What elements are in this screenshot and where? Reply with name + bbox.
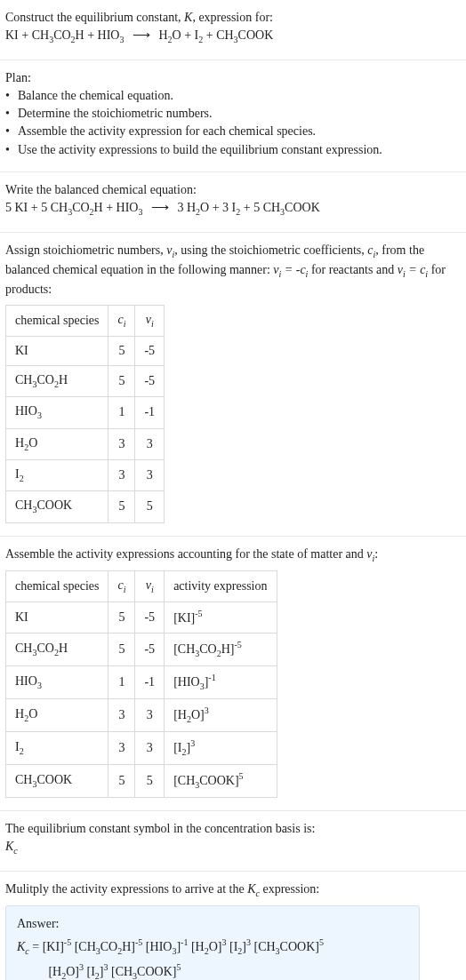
section-kc-symbol: The equilibrium constant symbol in the c… [0,811,466,872]
plan-item-text: Determine the stoichiometric numbers. [18,105,213,123]
col-nu: νi [135,305,165,336]
text: : [374,547,378,561]
text: expression: [260,882,319,896]
cell-c: 5 [108,633,135,666]
col-c: ci [108,305,135,336]
plan-item-text: Balance the chemical equation. [18,87,173,105]
table-row: H2O33 [6,428,165,459]
kc-symbol: Kc [5,838,461,857]
cell-activity: [H2O]3 [165,699,277,732]
text: Construct the equilibrium constant, [5,11,184,24]
table-row: I233[I2]3 [6,732,277,765]
cell-nu: -5 [135,366,165,397]
balanced-equation: 5 KI + 5 CH3CO2H + HIO3 ⟶ 3 H2O + 3 I2 +… [5,199,461,219]
fraction-numerator: [H2O]3 [I2]3 [CH3COOK]5 [46,961,182,980]
eq-lhs: KI + CH3CO2H + HIO3 [5,28,124,42]
cell-species: CH3COOK [6,491,108,522]
balanced-intro: Write the balanced chemical equation: [5,181,461,199]
answer-box: Answer: Kc = [KI]-5 [CH3CO2H]-5 [HIO3]-1… [5,905,420,980]
table-row: H2O33[H2O]3 [6,699,277,732]
table-row: CH3CO2H5-5[CH3CO2H]-5 [6,633,277,666]
table-row: HIO31-1[HIO3]-1 [6,666,277,699]
cell-nu: -5 [135,602,165,633]
cell-nu: 3 [135,732,165,765]
var-K: K [184,11,192,24]
cell-c: 1 [108,666,135,699]
plan-item: •Balance the chemical equation. [5,87,461,105]
col-species: chemical species [6,570,108,602]
cell-c: 5 [108,602,135,633]
table-header-row: chemical species ci νi [6,305,165,336]
cell-c: 3 [108,428,135,459]
cell-nu: -1 [135,666,165,699]
section-intro: Construct the equilibrium constant, K, e… [0,0,466,60]
cell-species: KI [6,602,108,633]
rel1: νi = -ci [273,263,308,276]
eq-lhs: 5 KI + 5 CH3CO2H + HIO3 [5,201,142,214]
cell-nu: 3 [135,428,165,459]
col-species: chemical species [6,305,108,336]
text: , using the stoichiometric coefficients, [174,243,367,257]
section-activity: Assemble the activity expressions accoun… [0,537,466,811]
arrow-icon: ⟶ [127,28,156,42]
rel2: νi = ci [398,263,428,276]
cell-activity: [KI]-5 [165,602,277,633]
text: Assemble the activity expressions accoun… [5,547,366,561]
var-nu: νi [166,243,174,257]
table-row: CH3COOK55[CH3COOK]5 [6,765,277,798]
col-activity: activity expression [165,570,277,602]
cell-nu: -5 [135,336,165,365]
eq-rhs: H2O + I2 + CH3COOK [158,28,273,42]
col-c: ci [108,570,135,602]
cell-species: I2 [6,732,108,765]
section-assign: Assign stoichiometric numbers, νi, using… [0,233,466,537]
plan-item-text: Use the activity expressions to build th… [18,141,382,159]
kc-symbol-line1: The equilibrium constant symbol in the c… [5,820,461,838]
unbalanced-equation: KI + CH3CO2H + HIO3 ⟶ H2O + I2 + CH3COOK [5,27,461,46]
table-row: HIO31-1 [6,397,165,428]
cell-c: 3 [108,460,135,491]
cell-species: CH3COOK [6,765,108,798]
cell-activity: [CH3COOK]5 [165,765,277,798]
var-nu: νi [366,547,374,561]
cell-nu: -1 [135,397,165,428]
equals: = [32,940,42,953]
bullet-icon: • [5,123,18,140]
table-row: I233 [6,460,165,491]
cell-nu: 3 [135,460,165,491]
plan-item: •Use the activity expressions to build t… [5,141,461,159]
cell-species: H2O [6,428,108,459]
cell-nu: 5 [135,491,165,522]
cell-activity: [CH3CO2H]-5 [165,633,277,666]
plan-item: •Assemble the activity expression for ea… [5,123,461,140]
table-row: KI5-5[KI]-5 [6,602,277,633]
section-balanced: Write the balanced chemical equation: 5 … [0,172,466,233]
cell-c: 1 [108,397,135,428]
bullet-icon: • [5,87,18,105]
cell-species: CH3CO2H [6,633,108,666]
cell-c: 5 [108,765,135,798]
cell-species: HIO3 [6,397,108,428]
answer-eq-line2: = [H2O]3 [I2]3 [CH3COOK]5 [KI]5 [CH3CO2H… [17,961,408,980]
cell-c: 5 [108,491,135,522]
plan-item-text: Assemble the activity expression for eac… [18,123,316,140]
cell-nu: 5 [135,765,165,798]
cell-species: H2O [6,699,108,732]
cell-nu: -5 [135,633,165,666]
table-row: CH3COOK55 [6,491,165,522]
assign-table: chemical species ci νi KI5-5CH3CO2H5-5HI… [5,305,165,523]
arrow-icon: ⟶ [146,201,174,214]
answer-terms: [KI]-5 [CH3CO2H]-5 [HIO3]-1 [H2O]3 [I2]3… [43,940,324,953]
cell-species: HIO3 [6,666,108,699]
section-plan: Plan: •Balance the chemical equation.•De… [0,60,466,172]
var-Kc: Kc [17,940,29,953]
var-Kc: Kc [247,882,260,896]
bullet-icon: • [5,141,18,159]
cell-species: KI [6,336,108,365]
cell-activity: [HIO3]-1 [165,666,277,699]
multiply-intro: Mulitply the activity expressions to arr… [5,880,461,900]
table-header-row: chemical species ci νi activity expressi… [6,570,277,602]
answer-fraction: [H2O]3 [I2]3 [CH3COOK]5 [KI]5 [CH3CO2H]5… [46,961,182,980]
cell-species: I2 [6,460,108,491]
activity-intro: Assemble the activity expressions accoun… [5,546,461,565]
